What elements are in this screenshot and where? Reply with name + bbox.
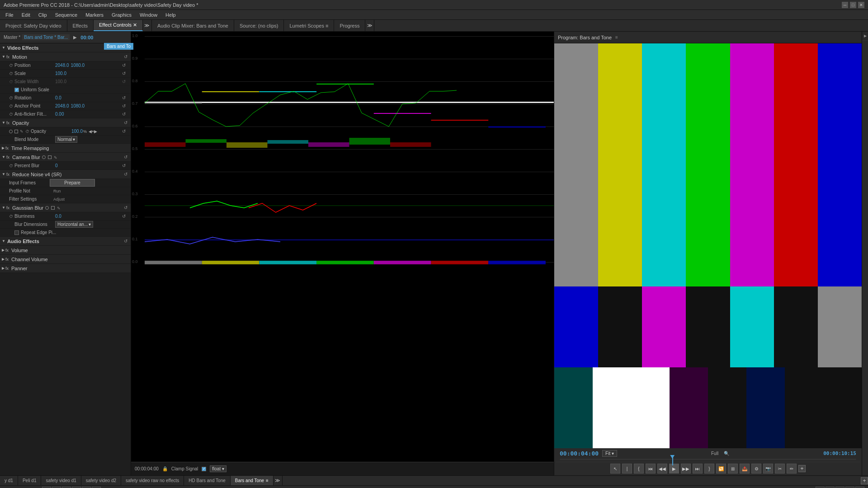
tool-settings2[interactable]: ☷ xyxy=(826,487,835,488)
transport-edit[interactable]: ✏ xyxy=(787,464,797,474)
transport-loop[interactable]: 🔁 xyxy=(716,464,726,474)
anchor-stopwatch[interactable]: ⏱ xyxy=(9,104,13,108)
opacity-reset[interactable]: ↺ xyxy=(123,120,129,126)
pb-value[interactable]: 0 xyxy=(55,163,58,168)
transport-next-frame[interactable]: ⏭ xyxy=(693,464,703,474)
tab-audio-clip-mixer[interactable]: Audio Clip Mixer: Bars and Tone xyxy=(152,20,234,31)
transport-marker[interactable]: | xyxy=(622,464,632,474)
tab-effects[interactable]: Effects xyxy=(67,20,94,31)
position-x[interactable]: 2048.0 xyxy=(55,63,69,68)
timeline-tab-saf2[interactable]: safety video d2 xyxy=(81,476,121,485)
transport-select[interactable]: ↖ xyxy=(610,464,620,474)
scale-stopwatch[interactable]: ⏱ xyxy=(9,71,13,76)
pb-stopwatch[interactable]: ⏱ xyxy=(9,164,13,168)
menu-edit[interactable]: Edit xyxy=(18,11,34,19)
menu-sequence[interactable]: Sequence xyxy=(52,11,81,19)
tab-source[interactable]: Source: (no clips) xyxy=(234,20,284,31)
rotation-reset[interactable]: ↺ xyxy=(121,95,127,101)
time-remapping-header[interactable]: ▶ fx Time Remapping xyxy=(0,144,131,153)
gb-reset[interactable]: ↺ xyxy=(123,205,129,211)
tab-expand-right[interactable]: ≫ xyxy=(365,20,374,31)
motion-reset[interactable]: ↺ xyxy=(123,54,129,60)
transport-export-frame[interactable]: 📷 xyxy=(763,464,773,474)
panner-header[interactable]: ▶ fx Panner xyxy=(0,264,131,273)
menu-help[interactable]: Help xyxy=(162,11,179,19)
blur-value[interactable]: 0.0 xyxy=(55,214,61,219)
menu-clip[interactable]: Clip xyxy=(35,11,51,19)
transport-step-back[interactable]: ◀◀ xyxy=(657,464,667,474)
scale-value[interactable]: 100.0 xyxy=(55,71,66,76)
maximize-button[interactable]: □ xyxy=(850,2,856,8)
tool-add-marker[interactable]: ◇ xyxy=(52,487,61,488)
anti-flicker-value[interactable]: 0.00 xyxy=(55,112,64,117)
menu-markers[interactable]: Markers xyxy=(82,11,107,19)
menu-file[interactable]: File xyxy=(2,11,17,19)
ae-reset[interactable]: ↺ xyxy=(123,238,129,244)
add-track-button[interactable]: + xyxy=(861,477,868,484)
scale-width-reset[interactable]: ↺ xyxy=(121,79,127,85)
fit-dropdown[interactable]: Fit ▾ xyxy=(602,450,617,457)
camera-blur-header[interactable]: ▼ fx Camera Blur ✎ ↺ xyxy=(0,153,131,162)
anchor-x[interactable]: 2048.0 xyxy=(55,103,69,108)
opacity-nav-right[interactable]: ▶ xyxy=(94,129,97,134)
uniform-scale-checkbox[interactable] xyxy=(14,88,19,92)
blur-dim-dropdown[interactable]: Horizontal an... ▾ xyxy=(55,221,93,228)
timeline-tab-raw[interactable]: safety video raw no effects xyxy=(121,476,184,485)
transport-play[interactable]: ▶ xyxy=(669,464,679,474)
timeline-tab-yd1[interactable]: y d1 xyxy=(0,476,18,485)
position-stopwatch[interactable]: ⏱ xyxy=(9,63,13,68)
tool-settings4[interactable]: 🔍 xyxy=(845,487,854,488)
blur-reset[interactable]: ↺ xyxy=(121,213,127,220)
tab-project[interactable]: Project: Safety Day video xyxy=(0,20,67,31)
tool-out-in[interactable]: } xyxy=(72,487,81,488)
anchor-reset[interactable]: ↺ xyxy=(121,103,127,109)
prepare-button[interactable]: Prepare xyxy=(50,179,95,187)
transport-out[interactable]: } xyxy=(704,464,714,474)
opacity-header[interactable]: ▼ fx Opacity ↺ xyxy=(0,118,131,127)
add-button[interactable]: + xyxy=(798,465,806,472)
channel-volume-header[interactable]: ▶ fx Channel Volume xyxy=(0,255,131,264)
gaussian-blur-header[interactable]: ▼ fx Gaussian Blur ✎ ↺ xyxy=(0,203,131,212)
motion-header[interactable]: ▼ fx Motion ↺ xyxy=(0,52,131,61)
menu-graphics[interactable]: Graphics xyxy=(108,11,135,19)
program-menu-icon[interactable]: ≡ xyxy=(615,35,618,40)
ec-clip-name[interactable]: Bars and Tone * Bar... xyxy=(22,34,70,40)
timeline-tab-saf1[interactable]: safety video d1 xyxy=(41,476,81,485)
timeline-tab-bars-menu[interactable]: ≡ xyxy=(266,478,269,483)
anti-flicker-stopwatch[interactable]: ⏱ xyxy=(9,112,13,117)
blend-mode-dropdown[interactable]: Normal ▾ xyxy=(55,136,77,143)
anti-flicker-reset[interactable]: ↺ xyxy=(121,111,127,117)
transport-step-fwd[interactable]: ▶▶ xyxy=(681,464,691,474)
position-reset[interactable]: ↺ xyxy=(121,62,127,69)
transport-safe-margins[interactable]: ⊞ xyxy=(728,464,738,474)
pb-reset[interactable]: ↺ xyxy=(121,163,127,169)
minimize-button[interactable]: ─ xyxy=(842,2,848,8)
strip-collapse[interactable]: ▶ xyxy=(862,32,868,41)
rotation-stopwatch[interactable]: ⏱ xyxy=(9,96,13,100)
transport-in[interactable]: { xyxy=(634,464,644,474)
position-y[interactable]: 1080.0 xyxy=(71,63,85,68)
opacity-value[interactable]: 100.0 xyxy=(71,129,83,134)
anchor-y[interactable]: 1080.0 xyxy=(71,103,85,108)
cb-reset[interactable]: ↺ xyxy=(123,154,129,160)
opacity-value-reset[interactable]: ↺ xyxy=(121,128,127,135)
transport-trim[interactable]: ✂ xyxy=(775,464,785,474)
menu-window[interactable]: Window xyxy=(136,11,161,19)
ec-time[interactable]: 00:00 xyxy=(80,35,93,40)
zoom-icon[interactable]: 🔍 xyxy=(724,451,729,456)
tab-progress[interactable]: Progress xyxy=(334,20,365,31)
rotation-value[interactable]: 0.0 xyxy=(55,95,61,100)
volume-header[interactable]: ▶ fx Volume xyxy=(0,246,131,255)
timeline-expand[interactable]: ≫ xyxy=(274,476,283,485)
clamp-checkbox[interactable] xyxy=(202,467,206,471)
tab-effect-controls[interactable]: Effect Controls ✕ xyxy=(94,20,143,31)
timeline-tab-bars[interactable]: Bars and Tone ≡ xyxy=(231,476,274,485)
tool-select[interactable]: ↖ xyxy=(42,487,51,488)
rn-reset[interactable]: ↺ xyxy=(123,171,129,178)
transport-prev-frame[interactable]: ⏮ xyxy=(646,464,656,474)
program-timecode[interactable]: 00:00:04:00 xyxy=(560,450,599,457)
reduce-noise-header[interactable]: ▼ fx Reduce Noise v4 (SR) ↺ xyxy=(0,170,131,179)
timeline-tab-pelid1[interactable]: Peli d1 xyxy=(18,476,42,485)
tool-settings1[interactable]: ⊞ xyxy=(816,487,825,488)
program-playhead-track[interactable] xyxy=(560,459,856,460)
